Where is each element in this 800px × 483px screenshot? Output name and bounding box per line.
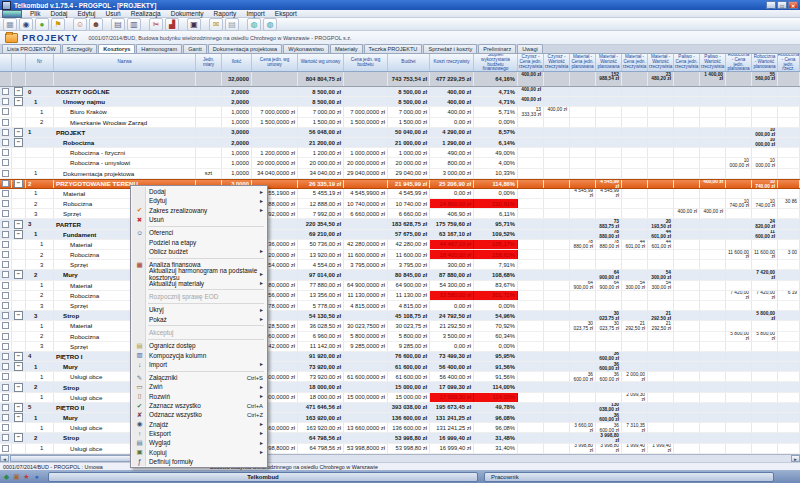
column-header-cb[interactable]: Cena jedn. wg budżetu (344, 54, 388, 71)
context-menu-item-eksport[interactable]: ↑Eksport► (132, 429, 266, 438)
tab-teczka-projektu[interactable]: Teczka PROJEKTU (364, 44, 423, 53)
context-menu-item-zaznacz-wszystko[interactable]: ✔Zaznacz wszystkoCtrl+A (132, 401, 266, 410)
row-checkbox[interactable] (2, 129, 9, 136)
user-icon[interactable]: ☺ (73, 18, 87, 31)
row-expander[interactable]: − (14, 270, 23, 279)
table-row[interactable]: −5PIĘTRO II2,0000471 646,56 zł393 038,00… (0, 403, 800, 413)
column-header-cu[interactable]: Cena jedn. wg umowy (252, 54, 298, 71)
tab-materiały[interactable]: Materiały (330, 44, 363, 53)
row-checkbox[interactable] (2, 180, 9, 187)
column-header-mat_wr[interactable]: Materiał - Wartość rzeczywista (648, 54, 674, 71)
table-row[interactable]: 2Robocizna1,000013 920,0000 zł13 920,00 … (0, 250, 800, 260)
table-row[interactable]: 2Robocizna1,00006 960,0000 zł6 960,00 zł… (0, 332, 800, 342)
table-row[interactable]: −3Strop3,000054 130,50 zł45 108,75 zł24 … (0, 311, 800, 321)
column-header-exp[interactable] (12, 54, 26, 71)
row-checkbox[interactable] (2, 302, 9, 309)
row-checkbox[interactable] (2, 363, 9, 370)
table-row[interactable]: −1Mury1,000073 920,00 zł61 600,00 zł56 4… (0, 362, 800, 372)
tab-sprzedaż-i-koszty[interactable]: Sprzedaż i koszty (423, 44, 477, 53)
row-expander[interactable]: − (14, 311, 23, 320)
context-menu-item-załączniki[interactable]: ✎ZałącznikiCtrl+S (132, 373, 266, 382)
row-checkbox[interactable] (2, 312, 9, 319)
column-header-mat_wp[interactable]: Materiał - Wartość planowana (596, 54, 622, 71)
tab-kosztorys[interactable]: Kosztorys (98, 44, 135, 53)
row-expander[interactable]: − (14, 180, 23, 188)
table-row[interactable]: 1Usługi obce1,000053 998,8000 zł64 798,5… (0, 444, 800, 454)
row-checkbox[interactable] (2, 282, 9, 289)
row-checkbox[interactable] (2, 373, 9, 380)
row-checkbox[interactable] (2, 170, 9, 177)
row-checkbox[interactable] (2, 434, 9, 441)
context-menu-item-aktualizuj-harmonogram-na-podstawie-kosztorysu[interactable]: Aktualizuj harmonogram na podstawie kosz… (132, 269, 266, 278)
column-header-czynsz_wr[interactable]: Czynsz - Wartość rzeczywista (544, 54, 570, 71)
row-checkbox[interactable] (2, 139, 9, 146)
row-checkbox[interactable] (2, 271, 9, 278)
context-menu-item-dodaj[interactable]: Dodaj► (132, 187, 266, 196)
row-expander[interactable]: − (14, 128, 23, 137)
table-row[interactable]: −1Umowy najmu2,00008 500,00 zł8 500,00 z… (0, 97, 800, 107)
search-icon[interactable]: ◉ (19, 18, 33, 31)
globe-icon[interactable]: ◍ (247, 18, 261, 31)
context-menu-item-ukryj[interactable]: Ukryj► (132, 305, 266, 314)
context-menu-item-znajdź[interactable]: ◉Znajdź► (132, 420, 266, 429)
grid-icon[interactable]: ▦ (3, 18, 17, 31)
save-icon[interactable]: ▣ (187, 18, 201, 31)
table-row[interactable]: 1Materiał1,000077 880,0000 zł77 880,00 z… (0, 281, 800, 291)
tab-szczegóły[interactable]: Szczegóły (62, 44, 98, 53)
row-checkbox[interactable] (2, 343, 9, 350)
row-checkbox[interactable] (2, 353, 9, 360)
row-checkbox[interactable] (2, 424, 9, 431)
table-row[interactable]: Robocizna - umysłowi1,000020 000,0000 zł… (0, 158, 800, 168)
menu-realizacja[interactable]: Realizacja (126, 10, 166, 17)
mail-icon[interactable]: ✉ (209, 18, 223, 31)
row-checkbox[interactable] (2, 241, 9, 248)
menu-usuń[interactable]: Usuń (101, 10, 126, 17)
users-icon[interactable]: ☻ (89, 18, 103, 31)
menu-edytuj[interactable]: Edytuj (72, 10, 100, 17)
column-header-rob_cp[interactable]: Robocizna - Cena jedn. planowana (726, 54, 752, 71)
close-button[interactable]: ✕ (788, 1, 798, 9)
row-checkbox[interactable] (2, 261, 9, 268)
tab-preliminarz[interactable]: Preliminarz (478, 44, 516, 53)
row-checkbox[interactable] (2, 251, 9, 258)
scroll-right-button[interactable]: ► (791, 455, 800, 462)
row-checkbox[interactable] (2, 414, 9, 421)
row-checkbox[interactable] (2, 445, 9, 452)
menu-plik[interactable]: Plik (25, 10, 45, 17)
context-menu-item-kompozycja-kolumn[interactable]: ▥Kompozycja kolumn (132, 350, 266, 359)
context-menu-item-rozwiń[interactable]: ▯Rozwiń► (132, 392, 266, 401)
tab-uwagi[interactable]: Uwagi (517, 44, 543, 53)
context-menu-item-oblicz-budżet[interactable]: Oblicz budżet► (132, 247, 266, 256)
book-icon[interactable]: ▤ (225, 18, 239, 31)
context-menu-item-edytuj[interactable]: Edytuj► (132, 196, 266, 205)
column-header-czynsz_cj[interactable]: Czynsz - Cena jedn. rzeczywista (518, 54, 544, 71)
context-menu-item-zakres-zrealizowany[interactable]: ✔Zakres zrealizowany► (132, 206, 266, 215)
row-checkbox[interactable] (2, 149, 9, 156)
table-row[interactable]: −Robocizna2,000021 200,00 zł21 000,00 zł… (0, 138, 800, 148)
row-checkbox[interactable] (2, 292, 9, 299)
context-menu-item-odznacz-wszystko[interactable]: ✘Odznacz wszystkoCtrl+Z (132, 410, 266, 419)
column-header-pal_cr[interactable]: Paliwo - Cena jedn. rzeczywista (674, 54, 700, 71)
context-menu-item-import[interactable]: ↓Import► (132, 360, 266, 369)
scroll-left-button[interactable]: ◄ (0, 455, 9, 462)
column-header-kr[interactable]: Koszt rzeczywisty (430, 54, 474, 71)
column-header-jedn[interactable]: Jedn. miary (196, 54, 222, 71)
row-expander[interactable]: − (14, 230, 23, 239)
table-row[interactable]: −2Mury3,000097 014,00 zł80 845,00 zł87 8… (0, 270, 800, 280)
row-checkbox[interactable] (2, 159, 9, 166)
menu-raporty[interactable]: Raporty (209, 10, 242, 17)
row-expander[interactable]: − (14, 220, 23, 229)
table-row[interactable]: 3Sprzęt1,00007 992,0000 zł7 992,00 zł6 6… (0, 209, 800, 219)
taskbar-icon-3[interactable]: ★ (22, 472, 31, 481)
chart-icon[interactable]: ▟ (165, 18, 179, 31)
menu-eksport[interactable]: Eksport (270, 10, 302, 17)
column-header-il[interactable]: Ilość (222, 54, 252, 71)
row-checkbox[interactable] (2, 221, 9, 228)
taskbar-app-telkombud[interactable]: Telkombud (48, 472, 478, 482)
table-row[interactable]: 1Materiał1,000050 736,0000 zł50 736,00 z… (0, 240, 800, 250)
row-checkbox[interactable] (2, 200, 9, 207)
table-row[interactable]: −1PROJEKT3,000056 048,00 zł50 040,00 zł4… (0, 128, 800, 138)
table-row[interactable]: 2Mieszkanie Wrocław Zarząd1,00001 500,00… (0, 118, 800, 128)
context-menu-item-kopiuj[interactable]: ▣Kopiuj► (132, 447, 266, 456)
column-header-sel[interactable] (0, 54, 12, 71)
